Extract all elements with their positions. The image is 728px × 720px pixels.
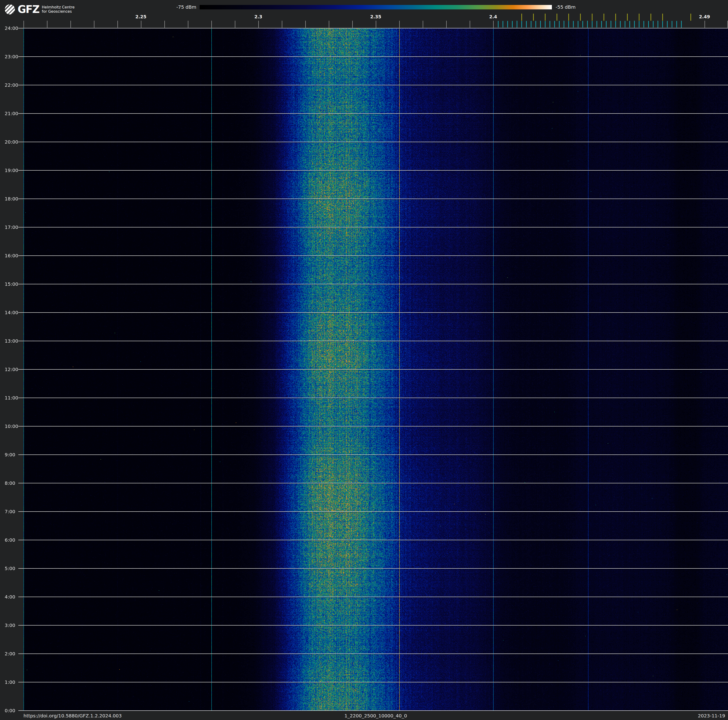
colorbar-max-label: -55 dBm [556,4,626,10]
ble-channel-tick [596,21,597,28]
freq-minor-tick [141,21,141,28]
hour-gridline [18,568,728,569]
ble-channel-tick [648,21,649,28]
ble-channel-tick [531,21,531,28]
hour-label: 19:00 [5,167,19,174]
freq-minor-tick [188,21,188,28]
ble-channel-tick [662,21,663,28]
hour-label: 7:00 [5,508,19,515]
ble-channel-tick [535,21,536,28]
ble-channel-tick [681,21,682,28]
ble-channel-tick [578,21,578,28]
hour-label: 3:00 [5,622,19,629]
freq-minor-tick [235,21,235,28]
freq-tick-label: 2.3 [248,14,269,19]
ble-channel-tick [610,21,611,28]
hour-gridline [18,312,728,313]
ble-channel-tick [629,21,630,28]
hour-gridline [18,540,728,540]
ble-channel-tick [587,21,588,28]
hour-label: 20:00 [5,139,19,145]
freq-minor-tick [446,21,447,28]
ble-channel-tick [639,21,639,28]
dataset-id-text: 1_2200_2500_10000_40_0 [23,712,728,719]
ble-channel-tick [512,21,513,28]
freq-minor-tick [94,21,95,28]
freq-minor-tick [164,21,165,28]
hour-label: 5:00 [5,565,19,572]
ble-channel-tick [671,21,672,28]
ble-channel-tick [559,21,560,28]
hour-gridline [18,199,728,199]
wifi-channel-tick [592,14,592,21]
freq-minor-tick [70,21,71,28]
hour-label: 8:00 [5,480,19,486]
wifi-channel-tick [639,14,639,21]
freq-tick-label: 2.4 [483,14,504,19]
freq-minor-tick [282,21,282,28]
ble-channel-tick [503,21,503,28]
ble-channel-tick [526,21,527,28]
hour-label: 16:00 [5,252,19,259]
hour-label: 10:00 [5,423,19,430]
wifi-channel-tick [533,14,534,21]
hour-label: 18:00 [5,196,19,202]
ble-channel-tick [545,21,546,28]
hour-gridline [18,398,728,398]
ble-channel-tick [573,21,574,28]
ble-channel-tick [667,21,668,28]
ble-channel-tick [634,21,635,28]
hour-gridline [18,113,728,114]
hour-gridline [18,142,728,142]
ble-channel-tick [644,21,644,28]
hour-label: 0:00 [5,707,19,714]
hour-gridline [18,654,728,654]
hour-gridline [18,227,728,227]
hour-label: 2:00 [5,650,19,657]
hour-label: 21:00 [5,110,19,117]
freq-minor-tick [23,21,24,28]
wifi-channel-tick [615,14,616,21]
wifi-channel-tick [690,14,691,21]
hour-label: 6:00 [5,537,19,543]
ble-channel-tick [653,21,653,28]
hour-label: 11:00 [5,395,19,401]
hour-label: 23:00 [5,54,19,60]
wifi-channel-tick [545,14,546,21]
wifi-channel-tick [604,14,604,21]
ble-channel-tick [549,21,550,28]
wifi-channel-tick [557,14,557,21]
freq-minor-tick [329,21,329,28]
hour-gridline [18,28,728,28]
ble-channel-tick [658,21,658,28]
wifi-channel-tick [627,14,628,21]
wifi-channel-tick [650,14,651,21]
hour-gridline [18,170,728,171]
wifi-channel-tick [662,14,663,21]
ble-channel-tick [615,21,616,28]
wifi-channel-tick [568,14,569,21]
freq-minor-tick [727,21,728,28]
hour-label: 24:00 [5,25,19,32]
freq-minor-tick [399,21,400,28]
hour-gridline [18,682,728,682]
ble-channel-tick [583,21,583,28]
colorbar-min-label: -75 dBm [0,4,196,10]
hour-gridline [18,85,728,85]
hour-gridline [18,426,728,426]
ble-channel-tick [554,21,555,28]
ble-channel-tick [564,21,564,28]
freq-minor-tick [423,21,423,28]
ble-channel-tick [625,21,626,28]
hour-label: 13:00 [5,338,19,344]
hour-label: 17:00 [5,224,19,231]
ble-channel-tick [676,21,677,28]
freq-minor-tick [470,21,470,28]
freq-minor-tick [493,21,494,28]
hour-gridline [18,57,728,57]
freq-minor-tick [376,21,376,28]
ble-channel-tick [522,21,522,28]
freq-minor-tick [352,21,353,28]
ble-channel-tick [568,21,569,28]
wifi-channel-tick [522,14,522,21]
